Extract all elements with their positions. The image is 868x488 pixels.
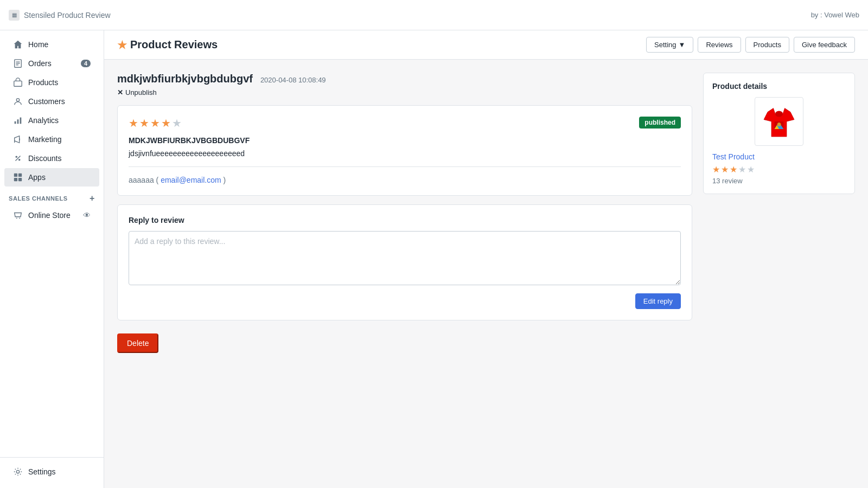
marketing-icon: [13, 134, 23, 144]
product-image: [755, 97, 803, 146]
sidebar-item-products-label: Products: [28, 78, 58, 87]
sidebar-online-store-label: Online Store: [28, 211, 71, 220]
sidebar-item-orders[interactable]: Orders 4: [4, 54, 99, 73]
product-star-5: ★: [747, 164, 755, 175]
star-1: ★: [129, 117, 138, 130]
unpublish-label: Unpublish: [125, 88, 157, 97]
product-tshirt-svg: [760, 102, 798, 140]
top-bar-left: ▦ Stensiled Product Review: [9, 10, 111, 21]
product-name[interactable]: Test Product: [712, 152, 846, 161]
sidebar-item-online-store[interactable]: Online Store 👁: [4, 206, 99, 224]
top-bar: ▦ Stensiled Product Review by : Vowel We…: [0, 0, 868, 30]
product-star-2: ★: [721, 164, 729, 175]
sidebar-item-home-label: Home: [28, 40, 48, 49]
page-title-text: Product Reviews: [130, 38, 218, 51]
sidebar-item-orders-label: Orders: [28, 59, 52, 68]
orders-badge: 4: [81, 60, 91, 67]
review-stars: ★ ★ ★ ★ ★: [129, 117, 182, 130]
reply-footer: Edit reply: [129, 293, 681, 309]
customers-icon: [13, 97, 23, 106]
product-star-3: ★: [730, 164, 737, 175]
x-icon: ✕: [117, 88, 123, 97]
sidebar-nav: Home Orders 4 Products Customers: [0, 30, 104, 453]
review-title-row: mdkjwbfiurbkjvbgbdubgvf 2020-04-08 10:08…: [117, 73, 692, 85]
sidebar-item-discounts[interactable]: Discounts: [4, 149, 99, 168]
product-stars: ★ ★ ★ ★ ★: [712, 164, 846, 175]
app-icon: ▦: [9, 10, 20, 21]
svg-point-17: [16, 218, 17, 219]
sales-channels-label: SALES CHANNELS: [9, 195, 68, 202]
product-details-title: Product details: [712, 82, 846, 91]
discounts-icon: [13, 153, 23, 163]
title-star-icon: ★: [117, 38, 127, 52]
edit-reply-button[interactable]: Edit reply: [635, 293, 681, 309]
settings-icon: [13, 467, 23, 477]
sidebar-item-analytics-label: Analytics: [28, 116, 59, 125]
page-title: ★ Product Reviews: [117, 38, 218, 52]
svg-point-21: [775, 111, 783, 117]
reply-textarea[interactable]: [129, 231, 681, 285]
reply-section-label: Reply to review: [129, 216, 681, 224]
sidebar-item-apps-label: Apps: [28, 173, 46, 182]
products-button[interactable]: Products: [745, 37, 789, 53]
review-title: mdkjwbfiurbkjvbgbdubgvf: [117, 73, 253, 85]
svg-rect-4: [14, 81, 22, 86]
published-badge: published: [639, 117, 681, 129]
svg-rect-6: [15, 121, 16, 124]
sidebar-item-customers[interactable]: Customers: [4, 92, 99, 111]
give-feedback-button[interactable]: Give feedback: [794, 37, 855, 53]
product-details-card: Product details: [703, 73, 855, 194]
home-icon: [13, 40, 23, 49]
reviews-button[interactable]: Reviews: [698, 37, 741, 53]
setting-button[interactable]: Setting ▼: [646, 37, 693, 53]
sidebar-settings-label: Settings: [28, 467, 56, 476]
eye-icon[interactable]: 👁: [83, 211, 91, 220]
star-2: ★: [139, 117, 149, 130]
apps-icon: [13, 172, 23, 182]
svg-point-10: [16, 156, 18, 158]
page-header: ★ Product Reviews Setting ▼ Reviews Prod…: [104, 30, 868, 60]
star-3: ★: [150, 117, 160, 130]
svg-rect-14: [18, 174, 22, 177]
unpublish-link[interactable]: ✕ Unpublish: [117, 88, 692, 97]
page-header-actions: Setting ▼ Reviews Products Give feedback: [646, 37, 855, 53]
review-card: ★ ★ ★ ★ ★ published MDKJWBFIURBKJVBGBDUB…: [117, 105, 692, 196]
add-sales-channel-icon[interactable]: +: [90, 194, 95, 203]
svg-point-11: [18, 159, 21, 161]
orders-icon: [13, 59, 23, 68]
reply-card: Reply to review Edit reply: [117, 204, 692, 320]
sidebar-item-marketing[interactable]: Marketing: [4, 130, 99, 149]
sidebar-item-settings[interactable]: Settings: [4, 463, 99, 481]
review-date: 2020-04-08 10:08:49: [260, 76, 326, 84]
review-header: ★ ★ ★ ★ ★ published: [129, 117, 681, 130]
sidebar-item-apps[interactable]: Apps: [4, 168, 99, 187]
main-content: ★ Product Reviews Setting ▼ Reviews Prod…: [104, 30, 868, 488]
sidebar-item-products[interactable]: Products: [4, 73, 99, 92]
star-5: ★: [172, 117, 182, 130]
sidebar-item-customers-label: Customers: [28, 97, 65, 106]
app-name: Stensiled Product Review: [24, 11, 111, 20]
product-star-1: ★: [712, 164, 720, 175]
delete-button[interactable]: Delete: [117, 333, 158, 353]
svg-point-18: [19, 218, 20, 219]
review-username: MDKJWBFIURBKJVBGBDUBGVF: [129, 136, 681, 145]
content-main: mdkjwbfiurbkjvbgbdubgvf 2020-04-08 10:08…: [117, 73, 692, 353]
online-store-icon: [13, 210, 23, 220]
sidebar-item-home[interactable]: Home: [4, 35, 99, 54]
svg-point-25: [777, 123, 781, 126]
sidebar-item-discounts-label: Discounts: [28, 154, 61, 163]
review-divider: [129, 166, 681, 167]
product-image-container: [712, 97, 846, 146]
review-author-email[interactable]: email@email.com: [161, 176, 221, 184]
svg-rect-15: [14, 178, 17, 181]
star-4: ★: [161, 117, 171, 130]
products-icon: [13, 78, 23, 87]
svg-rect-7: [17, 119, 19, 124]
top-bar-byline: by : Vowel Web: [811, 11, 859, 19]
sidebar-item-analytics[interactable]: Analytics: [4, 111, 99, 130]
svg-rect-13: [14, 174, 17, 177]
sidebar-footer: Settings: [0, 457, 104, 488]
sidebar-section-sales-channels: SALES CHANNELS +: [0, 187, 104, 206]
review-author: aaaaaa ( email@email.com ): [129, 176, 681, 184]
review-text: jdsjivnfueeeeeeeeeeeeeeeeeeeed: [129, 149, 681, 158]
